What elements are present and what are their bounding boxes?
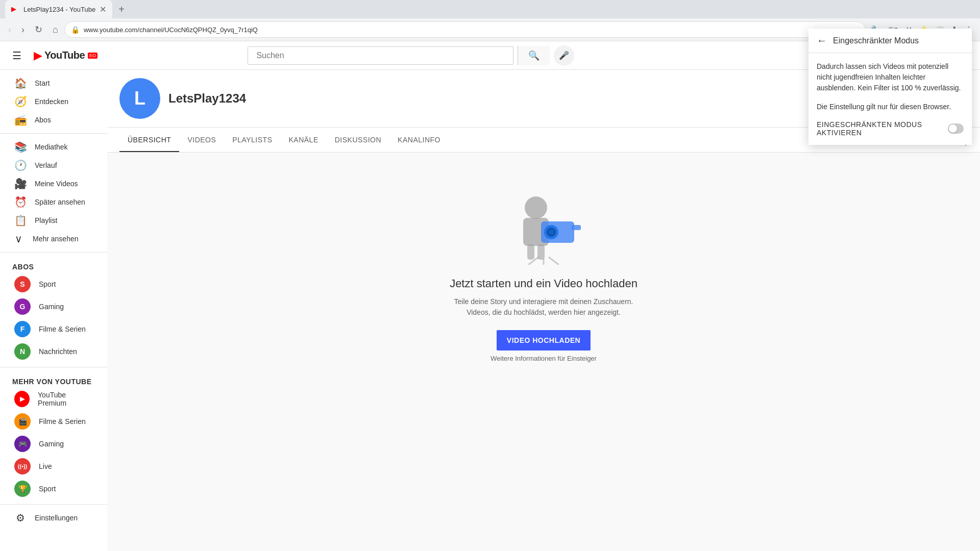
channel-empty: Jetzt starten und ein Video hochladen Te…: [107, 153, 980, 393]
yt-logo[interactable]: ▶ YouTube EO: [34, 49, 97, 62]
channel-name: LetsPlay1234: [168, 91, 841, 106]
library-icon: 📚: [14, 141, 27, 153]
watch-later-icon: ⏰: [14, 196, 27, 208]
new-tab-button[interactable]: +: [114, 2, 129, 17]
sidebar-item-my-videos[interactable]: 🎥 Meine Videos: [2, 174, 105, 193]
sidebar-filme-label: Filme & Serien: [39, 325, 86, 333]
playlist-icon: 📋: [14, 214, 27, 227]
yt-body: 🏠 Start 🧭 Entdecken 📻 Abos 📚 Mediathek 🕐…: [0, 70, 980, 551]
channel-details: LetsPlay1234: [168, 91, 841, 106]
tab-discussion[interactable]: DISKUSSION: [327, 128, 389, 152]
sidebar-playlist-label: Playlist: [35, 216, 57, 224]
sidebar-item-filme-serien[interactable]: F Filme & Serien: [2, 318, 105, 340]
sidebar-yt-premium-label: YouTube Premium: [38, 391, 93, 407]
gaming-channel-icon: G: [14, 298, 31, 315]
search-input[interactable]: [248, 47, 513, 64]
back-button[interactable]: ‹: [4, 22, 15, 37]
hamburger-menu-button[interactable]: ☰: [8, 45, 26, 66]
sidebar-nachrichten-label: Nachrichten: [39, 347, 77, 356]
sidebar-item-library[interactable]: 📚 Mediathek: [2, 138, 105, 156]
sidebar: 🏠 Start 🧭 Entdecken 📻 Abos 📚 Mediathek 🕐…: [0, 70, 107, 551]
sidebar-item-live[interactable]: ((•)) Live: [2, 455, 105, 478]
toggle-knob: [949, 124, 957, 133]
tab-playlists[interactable]: PLAYLISTS: [224, 128, 280, 152]
sidebar-item-nachrichten[interactable]: N Nachrichten: [2, 340, 105, 363]
svg-rect-3: [572, 225, 581, 230]
show-more-button[interactable]: ∨ Mehr ansehen: [0, 230, 107, 248]
search-button[interactable]: 🔍: [518, 46, 550, 65]
channel-empty-illustration: [493, 183, 595, 265]
tab-channels[interactable]: KANÄLE: [280, 128, 326, 152]
svg-point-0: [525, 196, 547, 219]
sidebar-item-history[interactable]: 🕐 Verlauf: [2, 156, 105, 174]
sidebar-divider-4: [0, 504, 107, 505]
gaming2-icon: 🎮: [14, 436, 31, 452]
sidebar-item-home[interactable]: 🏠 Start: [2, 74, 105, 92]
tab-channel-info[interactable]: KANALINFO: [389, 128, 449, 152]
upload-video-button[interactable]: VIDEO HOCHLADEN: [497, 330, 591, 350]
yt-logo-icon: ▶: [34, 49, 42, 62]
restricted-mode-toggle[interactable]: [948, 123, 964, 134]
svg-point-6: [549, 230, 554, 235]
sidebar-item-yt-premium[interactable]: ▶ YouTube Premium: [2, 388, 105, 410]
home-button[interactable]: ⌂: [48, 22, 62, 37]
abos-section-header: ABOS: [0, 257, 107, 273]
sidebar-item-watch-later[interactable]: ⏰ Später ansehen: [2, 193, 105, 211]
history-icon: 🕐: [14, 159, 27, 171]
header-left: ☰ ▶ YouTube EO: [8, 45, 97, 66]
sidebar-item-gaming[interactable]: G Gaming: [2, 295, 105, 318]
lock-icon: 🔒: [71, 26, 80, 34]
sidebar-item-playlist[interactable]: 📋 Playlist: [2, 211, 105, 230]
sidebar-sport2-label: Sport: [39, 485, 56, 493]
sidebar-subscriptions-label: Abos: [35, 116, 51, 124]
dropdown-toggle-row: EINGESCHRÄNKTEN MODUS AKTIVIEREN: [817, 120, 964, 137]
beginners-link[interactable]: Weitere Informationen für Einsteiger: [491, 355, 597, 362]
tab-videos[interactable]: VIDEOS: [179, 128, 224, 152]
tab-bar: ▶ LetsPlay1234 - YouTube ✕ +: [0, 0, 980, 18]
show-more-label: Mehr ansehen: [33, 235, 79, 243]
svg-line-10: [549, 257, 559, 265]
url-input[interactable]: [84, 26, 859, 34]
sidebar-home-label: Start: [35, 79, 50, 87]
yt-logo-text: YouTube: [44, 49, 85, 61]
filme-channel-icon: F: [14, 321, 31, 337]
tab-title: LetsPlay1234 - YouTube: [23, 6, 95, 13]
sidebar-item-explore[interactable]: 🧭 Entdecken: [2, 92, 105, 111]
dropdown-text-1: Dadurch lassen sich Videos mit potenziel…: [817, 70, 964, 93]
search-bar: [248, 46, 513, 65]
tab-overview[interactable]: ÜBERSICHT: [119, 128, 179, 152]
sidebar-library-label: Mediathek: [35, 143, 68, 151]
voice-search-button[interactable]: 🎤: [554, 45, 574, 66]
sidebar-item-subscriptions[interactable]: 📻 Abos: [2, 111, 105, 129]
tab-close-btn[interactable]: ✕: [100, 5, 106, 14]
sidebar-history-label: Verlauf: [35, 161, 57, 169]
sidebar-live-label: Live: [39, 462, 52, 470]
dropdown-toggle-label: EINGESCHRÄNKTEN MODUS AKTIVIEREN: [817, 120, 948, 137]
sidebar-explore-label: Entdecken: [35, 97, 68, 106]
tab-favicon: ▶: [11, 5, 19, 13]
channel-empty-title: Jetzt starten und ein Video hochladen: [450, 277, 638, 290]
youtube-app: ☰ ▶ YouTube EO 🔍 🎤 ⬆ ⋮⋮⋮ 🔔 L 🏠: [0, 41, 980, 551]
nachrichten-channel-icon: N: [14, 343, 31, 360]
reload-button[interactable]: ↻: [31, 22, 46, 37]
my-videos-icon: 🎥: [14, 178, 27, 190]
active-tab[interactable]: ▶ LetsPlay1234 - YouTube ✕: [5, 0, 112, 18]
subscriptions-icon: 📻: [14, 114, 27, 126]
sidebar-item-settings[interactable]: ⚙ Einstellungen: [2, 509, 105, 527]
address-bar[interactable]: 🔒: [64, 21, 866, 38]
search-container: 🔍 🎤: [248, 45, 574, 66]
sidebar-my-videos-label: Meine Videos: [35, 180, 78, 188]
sidebar-divider-1: [0, 133, 107, 134]
sidebar-settings-label: Einstellungen: [35, 514, 78, 522]
sidebar-item-filme-serien-2[interactable]: 🎬 Filme & Serien: [2, 410, 105, 433]
yt-logo-badge: EO: [88, 53, 97, 59]
filme-serien2-icon: 🎬: [14, 413, 31, 430]
sidebar-item-sport[interactable]: S Sport: [2, 273, 105, 295]
sidebar-divider-2: [0, 252, 107, 253]
channel-avatar: L: [119, 78, 160, 119]
home-icon: 🏠: [14, 77, 27, 89]
sidebar-item-sport-2[interactable]: 🏆 Sport: [2, 478, 105, 500]
sidebar-gaming-label: Gaming: [39, 303, 64, 311]
forward-button[interactable]: ›: [17, 22, 29, 37]
sidebar-item-gaming-2[interactable]: 🎮 Gaming: [2, 433, 105, 455]
